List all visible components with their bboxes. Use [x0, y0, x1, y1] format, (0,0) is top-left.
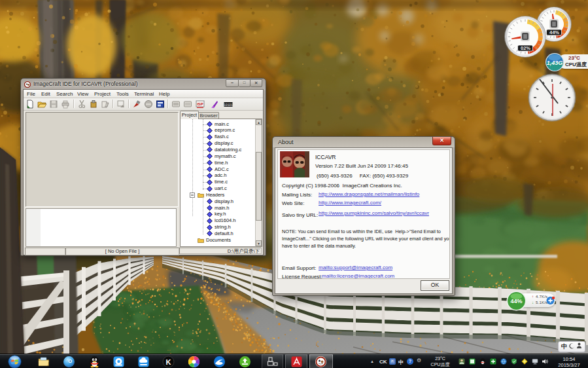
svg-text:ISP: ISP: [197, 102, 203, 106]
svg-text:10101: 10101: [224, 103, 233, 107]
svg-text:02%: 02%: [521, 45, 530, 51]
svg-text:44%: 44%: [510, 298, 522, 304]
svg-text:44%: 44%: [549, 29, 559, 35]
svg-text:K: K: [166, 358, 171, 366]
svg-text:1,43G: 1,43G: [547, 60, 563, 66]
